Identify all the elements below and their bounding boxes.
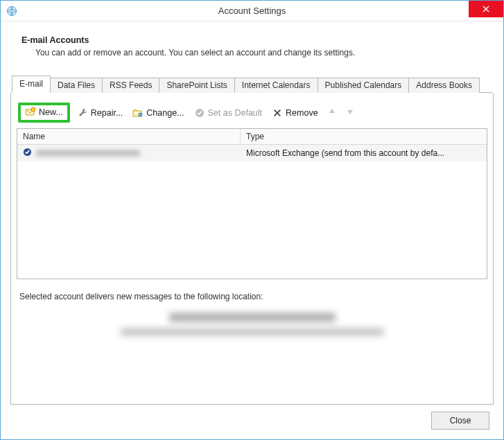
app-icon [6, 6, 17, 17]
tab-label: RSS Feeds [110, 80, 152, 90]
svg-point-4 [139, 113, 142, 116]
remove-x-icon [272, 107, 283, 118]
close-button[interactable]: Close [431, 412, 489, 430]
list-row[interactable]: Microsoft Exchange (send from this accou… [17, 145, 487, 161]
wrench-icon [77, 107, 88, 118]
repair-label: Repair... [91, 108, 123, 118]
tab-label: Data Files [58, 80, 95, 90]
arrow-up-icon [328, 107, 336, 118]
window-title: Account Settings [1, 6, 503, 16]
repair-account-button[interactable]: Repair... [74, 106, 126, 120]
tabstrip: E-mail Data Files RSS Feeds SharePoint L… [12, 77, 492, 93]
tab-sharepoint-lists[interactable]: SharePoint Lists [159, 78, 234, 93]
header-subtitle: You can add or remove an account. You ca… [35, 48, 488, 58]
folder-change-icon [132, 107, 144, 118]
titlebar: Account Settings [1, 1, 503, 21]
tab-email[interactable]: E-mail [12, 76, 51, 93]
tab-label: E-mail [19, 79, 43, 89]
new-label: New... [39, 107, 63, 117]
svg-point-2 [31, 107, 35, 112]
set-default-label: Set as Default [208, 108, 263, 118]
cell-name [17, 146, 241, 160]
window-close-button[interactable] [469, 1, 503, 17]
move-up-button[interactable] [325, 106, 339, 119]
tab-rss-feeds[interactable]: RSS Feeds [102, 78, 159, 93]
arrow-down-icon [346, 107, 354, 118]
set-default-button[interactable]: Set as Default [191, 106, 266, 120]
move-down-button[interactable] [343, 106, 357, 119]
tutorial-highlight: New... [18, 103, 70, 123]
default-account-icon [23, 148, 32, 159]
tab-panel-email: New... Repair... [10, 93, 494, 405]
toolbar: New... Repair... [17, 100, 487, 128]
column-type[interactable]: Type [241, 129, 487, 144]
new-account-button[interactable]: New... [22, 105, 66, 119]
close-icon [483, 6, 489, 12]
header-title: E-mail Accounts [21, 35, 488, 45]
delivery-location-value [17, 313, 487, 336]
redacted-location-line-2 [121, 328, 384, 336]
change-account-button[interactable]: Change... [130, 106, 186, 120]
tab-data-files[interactable]: Data Files [50, 78, 103, 93]
account-settings-window: Account Settings E-mail Accounts You can… [0, 0, 504, 440]
tab-address-books[interactable]: Address Books [408, 78, 480, 93]
tab-published-calendars[interactable]: Published Calendars [318, 78, 410, 93]
change-label: Change... [146, 108, 184, 118]
remove-label: Remove [286, 108, 318, 118]
checkmark-circle-icon [194, 107, 205, 118]
remove-account-button[interactable]: Remove [269, 106, 321, 120]
envelope-new-icon [25, 107, 36, 118]
delivery-location-label: Selected account delivers new messages t… [17, 292, 487, 301]
cell-type: Microsoft Exchange (send from this accou… [241, 147, 487, 159]
dialog-content: E-mail Accounts You can add or remove an… [1, 21, 503, 439]
list-header: Name Type [17, 129, 487, 145]
accounts-list[interactable]: Name Type Microsoft Exchange (send fr [17, 128, 487, 279]
tab-label: Internet Calendars [242, 80, 311, 90]
svg-point-0 [8, 6, 17, 15]
header-block: E-mail Accounts You can add or remove an… [10, 33, 494, 77]
dialog-button-row: Close [10, 405, 494, 430]
tab-label: Published Calendars [325, 80, 402, 90]
close-button-label: Close [450, 416, 471, 425]
redacted-location-line-1 [169, 313, 336, 322]
tab-label: Address Books [416, 80, 472, 90]
tab-internet-calendars[interactable]: Internet Calendars [234, 78, 318, 93]
column-name[interactable]: Name [17, 129, 241, 144]
redacted-account-name [36, 150, 140, 157]
tab-label: SharePoint Lists [166, 80, 227, 90]
